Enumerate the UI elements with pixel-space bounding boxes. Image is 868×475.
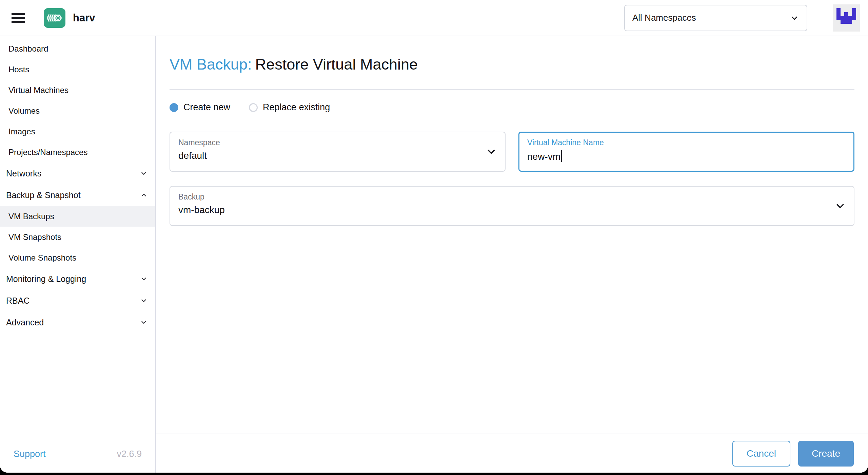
sidebar-footer: Support v2.6.9 (0, 435, 155, 473)
sidebar-group-monitoring-logging[interactable]: Monitoring & Logging (0, 268, 155, 290)
chevron-down-icon (140, 297, 148, 305)
vm-name-input[interactable]: Virtual Machine Name new-vm (518, 132, 854, 172)
sidebar-item-vm-snapshots[interactable]: VM Snapshots (0, 227, 155, 247)
sidebar-item-label: Projects/Namespaces (8, 148, 87, 157)
sidebar-item-label: Volumes (8, 106, 40, 116)
radio-create-new[interactable]: Create new (170, 102, 230, 113)
sidebar-nav: Dashboard Hosts Virtual Machines Volumes… (0, 36, 155, 435)
form-row-1: Namespace default Virtual Machine Name n… (170, 132, 854, 172)
chevron-down-icon (140, 275, 148, 283)
chevron-down-icon (835, 201, 846, 211)
sidebar-item-hosts[interactable]: Hosts (0, 59, 155, 80)
radio-unselected-icon (249, 103, 258, 112)
sidebar-item-images[interactable]: Images (0, 121, 155, 142)
cancel-button[interactable]: Cancel (732, 441, 790, 467)
namespace-select[interactable]: Namespace default (170, 132, 506, 172)
form-row-2: Backup vm-backup (170, 186, 854, 226)
sidebar: Dashboard Hosts Virtual Machines Volumes… (0, 36, 156, 473)
restore-vm-form: VM Backup:Restore Virtual Machine Create… (156, 36, 868, 434)
field-label: Backup (178, 192, 830, 202)
sidebar-item-label: Images (8, 127, 35, 136)
app-window: harv All Namespaces Dashboar (0, 0, 868, 473)
vm-name-value: new-vm (527, 151, 560, 162)
title-divider (170, 89, 854, 90)
create-button[interactable]: Create (798, 441, 854, 467)
body-row: Dashboard Hosts Virtual Machines Volumes… (0, 36, 868, 473)
sidebar-group-label: RBAC (6, 296, 29, 306)
sidebar-item-label: Virtual Machines (8, 86, 68, 95)
chevron-up-icon (140, 191, 148, 199)
app-header: harv All Namespaces (0, 0, 868, 36)
chevron-down-icon (790, 13, 799, 23)
menu-icon[interactable] (12, 13, 25, 23)
sidebar-item-label: Hosts (8, 65, 29, 74)
sidebar-item-virtual-machines[interactable]: Virtual Machines (0, 80, 155, 100)
radio-label: Replace existing (263, 102, 330, 113)
sidebar-group-networks[interactable]: Networks (0, 163, 155, 184)
field-value: new-vm (527, 150, 830, 162)
action-bar: Cancel Create (156, 434, 868, 473)
sidebar-group-rbac[interactable]: RBAC (0, 290, 155, 311)
sidebar-item-vm-backups[interactable]: VM Backups (0, 206, 155, 227)
chevron-down-icon (140, 318, 148, 326)
harvester-logo-icon (44, 8, 65, 28)
field-label: Namespace (178, 138, 481, 147)
radio-replace-existing[interactable]: Replace existing (249, 102, 330, 113)
sidebar-group-label: Backup & Snapshot (6, 190, 81, 200)
main-panel: VM Backup:Restore Virtual Machine Create… (156, 36, 868, 473)
support-link[interactable]: Support (14, 449, 46, 459)
radio-label: Create new (183, 102, 230, 113)
user-avatar[interactable] (833, 4, 860, 32)
text-cursor (561, 150, 562, 162)
field-value: default (178, 150, 481, 161)
sidebar-group-backup-snapshot[interactable]: Backup & Snapshot (0, 184, 155, 206)
sidebar-group-label: Advanced (6, 318, 44, 327)
sidebar-item-volume-snapshots[interactable]: Volume Snapshots (0, 247, 155, 268)
sidebar-group-label: Monitoring & Logging (6, 274, 86, 284)
brand-name: harv (73, 12, 95, 24)
chevron-down-icon (486, 146, 497, 157)
sidebar-item-dashboard[interactable]: Dashboard (0, 38, 155, 59)
sidebar-group-label: Networks (6, 169, 41, 178)
sidebar-item-label: Dashboard (8, 44, 48, 54)
page-title-prefix: VM Backup: (170, 56, 252, 73)
namespace-filter-dropdown[interactable]: All Namespaces (624, 5, 807, 31)
sidebar-item-label: VM Snapshots (8, 232, 61, 242)
radio-selected-icon (170, 103, 178, 112)
sidebar-item-projects-namespaces[interactable]: Projects/Namespaces (0, 142, 155, 163)
field-value: vm-backup (178, 205, 830, 215)
chevron-down-icon (140, 169, 148, 177)
sidebar-item-label: VM Backups (8, 212, 54, 221)
page-title-name: Restore Virtual Machine (255, 56, 418, 73)
version-label: v2.6.9 (117, 449, 142, 459)
brand[interactable]: harv (44, 8, 95, 28)
sidebar-group-advanced[interactable]: Advanced (0, 311, 155, 333)
page-title: VM Backup:Restore Virtual Machine (170, 55, 854, 74)
sidebar-item-volumes[interactable]: Volumes (0, 100, 155, 121)
restore-mode-radio-group: Create new Replace existing (170, 102, 854, 113)
backup-select[interactable]: Backup vm-backup (170, 186, 854, 226)
namespace-filter-value: All Namespaces (632, 13, 696, 23)
field-label: Virtual Machine Name (527, 138, 830, 147)
sidebar-item-label: Volume Snapshots (8, 253, 76, 263)
